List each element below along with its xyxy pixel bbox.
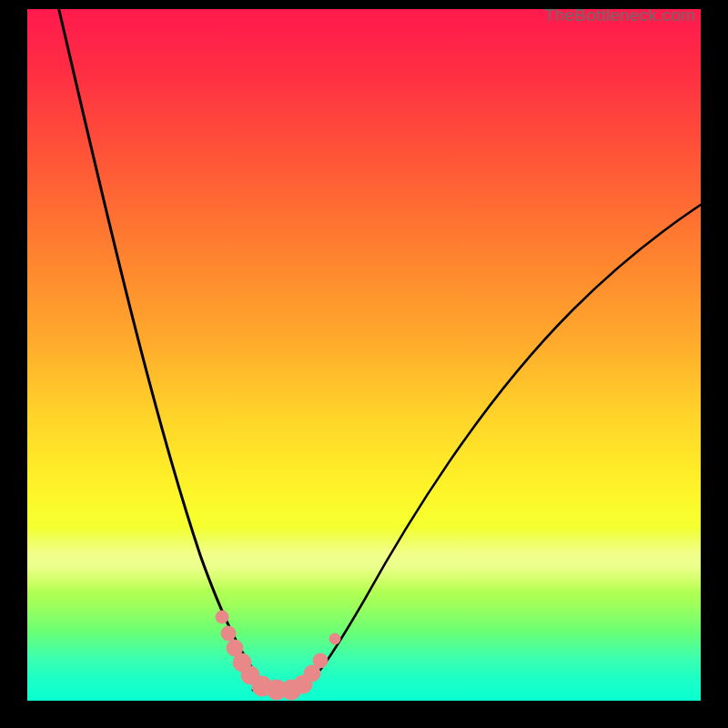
gradient-background xyxy=(27,9,701,701)
watermark-text: TheBottleneck.com xyxy=(544,5,695,25)
chart-frame xyxy=(27,9,701,701)
